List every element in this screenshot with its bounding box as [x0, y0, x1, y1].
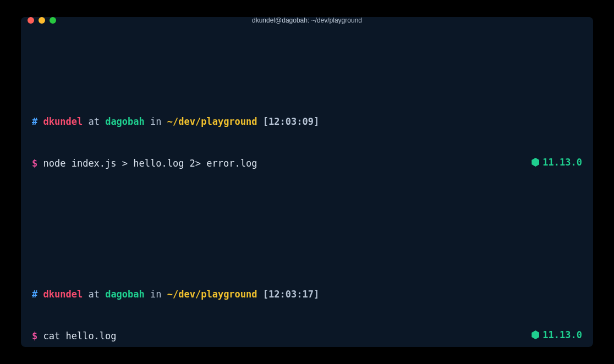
window-controls: [28, 17, 56, 24]
prompt-dollar: $: [32, 158, 37, 169]
node-version-badge: 11.13.0: [531, 328, 582, 342]
node-version: 11.13.0: [542, 156, 582, 169]
prompt-time: [12:03:09]: [263, 116, 319, 127]
prompt-dollar: $: [32, 330, 37, 341]
prompt-host: dagobah: [105, 116, 145, 127]
window-title: dkundel@dagobah: ~/dev/playground: [21, 17, 593, 24]
prompt-at: at: [88, 116, 99, 127]
prompt-time: [12:03:17]: [263, 289, 319, 300]
prompt-in: in: [150, 289, 161, 300]
prompt-path: ~/dev/playground: [167, 289, 257, 300]
node-version-badge: 11.13.0: [531, 156, 582, 169]
prompt-user: dkundel: [43, 116, 83, 127]
close-icon[interactable]: [28, 17, 34, 24]
node-hexagon-icon: [531, 158, 539, 167]
prompt-host: dagobah: [105, 289, 145, 300]
prompt-path: ~/dev/playground: [167, 116, 257, 127]
prompt-hash: #: [32, 116, 37, 127]
prompt-at: at: [88, 289, 99, 300]
prompt-hash: #: [32, 289, 37, 300]
terminal-body[interactable]: # dkundel at dagobah in ~/dev/playground…: [21, 24, 593, 347]
terminal-block: # dkundel at dagobah in ~/dev/playground…: [32, 261, 582, 347]
prompt-user: dkundel: [43, 289, 83, 300]
minimize-icon[interactable]: [39, 17, 45, 24]
command-text: node index.js > hello.log 2> error.log: [43, 158, 257, 169]
zoom-icon[interactable]: [50, 17, 56, 24]
command-line: $ node index.js > hello.log 2> error.log…: [32, 156, 582, 170]
node-hexagon-icon: [531, 330, 539, 339]
prompt-line: # dkundel at dagobah in ~/dev/playground…: [32, 115, 582, 129]
titlebar: dkundel@dagobah: ~/dev/playground: [21, 17, 593, 24]
prompt-in: in: [150, 116, 161, 127]
prompt-line: # dkundel at dagobah in ~/dev/playground…: [32, 288, 582, 301]
terminal-block: # dkundel at dagobah in ~/dev/playground…: [32, 88, 582, 197]
command-text: cat hello.log: [43, 330, 117, 341]
node-version: 11.13.0: [542, 328, 582, 342]
command-line: $ cat hello.log 11.13.0: [32, 328, 582, 343]
terminal-window: dkundel@dagobah: ~/dev/playground # dkun…: [21, 17, 593, 347]
